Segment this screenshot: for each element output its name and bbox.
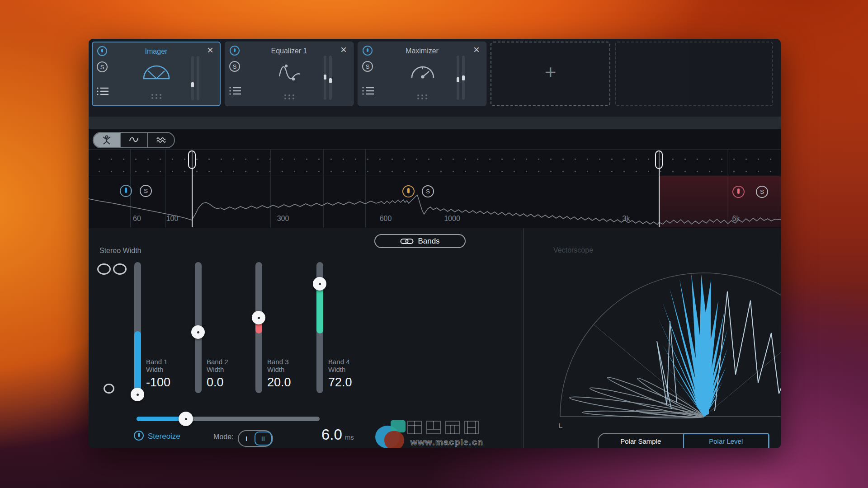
preset-list-icon[interactable]: [229, 86, 241, 96]
polar-mode-control: Polar Sample Polar Level: [598, 433, 769, 448]
stereoize-mode-toggle: I II: [238, 430, 273, 447]
drag-handle-icon[interactable]: [416, 94, 428, 100]
mode-label: Mode:: [213, 433, 233, 441]
preset-list-icon[interactable]: [97, 87, 108, 97]
drag-handle-icon[interactable]: [151, 93, 162, 100]
band1-value[interactable]: -100: [146, 375, 170, 389]
level-meter: [462, 56, 465, 100]
solo-button[interactable]: S: [229, 61, 240, 72]
stereoize-delay-readout[interactable]: 6.0 ms: [321, 426, 354, 443]
band2-power-button[interactable]: [402, 185, 415, 197]
band1-power-button[interactable]: [120, 185, 132, 197]
band4-label: Band 4Width: [328, 358, 350, 373]
module-title: Maximizer: [358, 47, 486, 55]
close-icon[interactable]: ×: [473, 44, 480, 55]
crossover-analyzer: S S S 60 100 300 600 1000 3k 6k: [89, 129, 781, 228]
level-meter: [457, 56, 459, 100]
band1-slider-thumb[interactable]: [131, 388, 144, 401]
band1-solo-button[interactable]: S: [140, 185, 152, 197]
freq-label: 60: [133, 215, 141, 223]
band3-slider-thumb[interactable]: [252, 311, 265, 324]
site-watermark: www.macple.cn: [373, 418, 491, 448]
polar-sample-view-button[interactable]: [94, 133, 121, 147]
band2-slider-thumb[interactable]: [191, 325, 205, 339]
left-channel-label: L: [559, 422, 562, 429]
add-module-slot[interactable]: +: [491, 42, 610, 106]
band1-label: Band 1Width: [146, 358, 168, 373]
polar-sample-button[interactable]: Polar Sample: [599, 434, 683, 448]
watermark-url: www.macple.cn: [410, 437, 483, 447]
watermark-logo-circle: [375, 426, 400, 448]
freq-label: 1000: [444, 215, 460, 223]
band3-value[interactable]: 20.0: [267, 375, 291, 389]
band3-width-slider[interactable]: [255, 262, 262, 393]
module-tile-imager[interactable]: Imager × S: [92, 42, 221, 106]
crossover-handle-2[interactable]: [655, 150, 663, 169]
chain-separator-band: [89, 117, 781, 129]
band3-label: Band 3Width: [267, 358, 289, 373]
imager-gauge-icon: [142, 62, 171, 81]
mode-1-button[interactable]: I: [239, 431, 254, 446]
freq-label: 300: [277, 215, 289, 223]
freq-label: 3k: [623, 215, 630, 223]
preset-list-icon[interactable]: [362, 86, 374, 96]
close-icon[interactable]: ×: [207, 45, 213, 56]
equalizer-curve-icon: [277, 62, 302, 84]
stereoize-delay-slider[interactable]: [137, 417, 320, 421]
band1-width-slider[interactable]: [134, 262, 141, 393]
maximizer-meter-icon: [409, 62, 435, 81]
close-icon[interactable]: ×: [340, 44, 347, 55]
module-title: Imager: [93, 47, 220, 56]
band2-label: Band 2Width: [207, 358, 228, 373]
band4-width-slider[interactable]: [316, 262, 323, 393]
crossover-handle-1[interactable]: [188, 150, 196, 169]
band2-value[interactable]: 0.0: [207, 375, 224, 389]
watermark-cjk-glyphs: [407, 419, 484, 436]
module-tile-equalizer[interactable]: Equalizer 1 × S: [225, 42, 354, 106]
add-module-slot-partial[interactable]: [615, 42, 773, 106]
lissajous-view-button[interactable]: [121, 133, 148, 147]
correlation-view-button[interactable]: [148, 133, 174, 147]
solo-button[interactable]: S: [97, 61, 108, 72]
level-meter: [197, 56, 199, 100]
level-meter: [324, 56, 326, 100]
link-icon: [400, 238, 414, 245]
band2-solo-button[interactable]: S: [422, 185, 434, 197]
level-meter: [329, 56, 332, 100]
watermark-logo-square: [391, 420, 406, 432]
band4-solo-button[interactable]: S: [756, 186, 768, 198]
freq-label: 600: [380, 215, 392, 223]
ozone-imager-window: Imager × S Equalizer 1 ×: [89, 39, 781, 448]
view-mode-toolbar: [93, 132, 175, 148]
level-meter: [191, 56, 194, 100]
delay-value: 6.0: [321, 426, 342, 443]
desktop-wallpaper: Imager × S Equalizer 1 ×: [0, 0, 868, 488]
bands-toggle-label: Bands: [418, 237, 439, 246]
band4-value[interactable]: 72.0: [328, 375, 352, 389]
delay-unit: ms: [345, 433, 354, 441]
vectorscope-display: [523, 228, 781, 448]
drag-handle-icon[interactable]: [283, 94, 295, 100]
module-tile-maximizer[interactable]: Maximizer × S: [358, 42, 486, 106]
module-chain: Imager × S Equalizer 1 ×: [89, 39, 781, 117]
stereo-link-icon[interactable]: [113, 263, 127, 275]
stereo-width-title: Stereo Width: [99, 247, 141, 255]
main-panel: Stereo Width Bands: [89, 228, 781, 448]
mono-icon[interactable]: [104, 384, 114, 394]
mode-2-button[interactable]: II: [255, 432, 272, 446]
band2-width-slider[interactable]: [195, 262, 202, 393]
band4-power-button[interactable]: [732, 186, 745, 198]
stereo-link-icon[interactable]: [97, 263, 111, 275]
freq-label: 6k: [732, 215, 740, 223]
freq-label: 100: [166, 215, 179, 223]
plus-icon: +: [491, 61, 609, 84]
module-title: Equalizer 1: [225, 47, 353, 55]
stereoize-power-button[interactable]: [134, 431, 144, 441]
stereoize-label[interactable]: Stereoize: [148, 432, 180, 441]
bands-toggle-button[interactable]: Bands: [374, 234, 466, 248]
polar-level-button[interactable]: Polar Level: [683, 433, 769, 448]
band4-slider-thumb[interactable]: [313, 277, 326, 291]
solo-button[interactable]: S: [362, 61, 373, 72]
stereoize-slider-thumb[interactable]: [179, 412, 193, 426]
watermark-logo-apple: [384, 431, 404, 448]
